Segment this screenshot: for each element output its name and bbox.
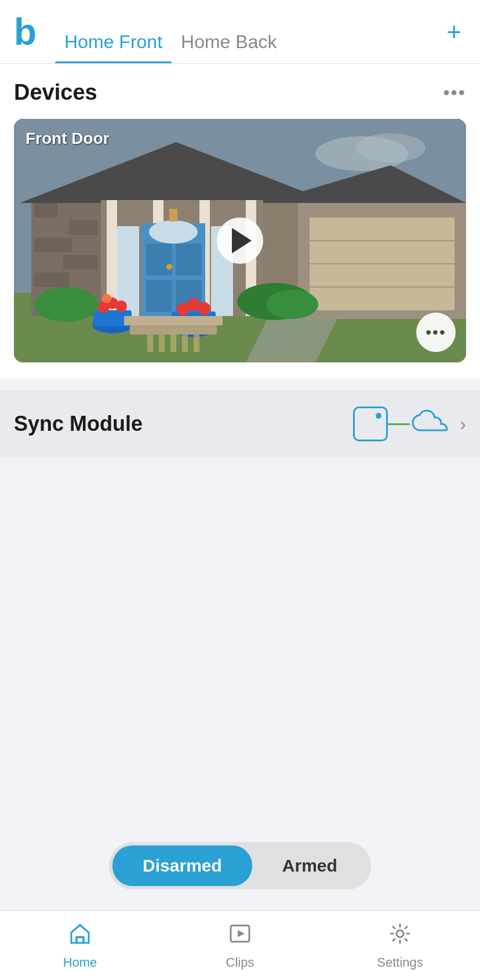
armed-button[interactable]: Armed (252, 845, 368, 886)
svg-rect-57 (170, 335, 176, 352)
svg-rect-12 (75, 238, 98, 252)
home-nav-label: Home (63, 955, 97, 970)
nav-item-home[interactable]: Home (0, 911, 160, 980)
svg-rect-10 (69, 220, 98, 235)
devices-header: Devices ••• (14, 80, 466, 105)
nav-item-clips[interactable]: Clips (160, 911, 320, 980)
svg-point-44 (102, 294, 111, 303)
svg-point-50 (34, 287, 98, 322)
nav-item-settings[interactable]: Settings (320, 911, 480, 980)
camera-more-dots-icon: ••• (426, 323, 446, 342)
sync-module-section[interactable]: Sync Module › (0, 390, 480, 458)
settings-nav-label: Settings (377, 955, 423, 970)
svg-rect-58 (182, 335, 188, 352)
camera-name-label: Front Door (26, 129, 110, 148)
clips-nav-icon (227, 921, 253, 952)
svg-rect-9 (34, 220, 66, 235)
sync-connector-icon (387, 423, 410, 425)
play-icon (232, 228, 252, 253)
sync-module-icon (353, 406, 388, 441)
tab-home-back[interactable]: Home Back (172, 31, 286, 63)
main-content: Devices ••• (0, 64, 480, 910)
sync-module-chevron-icon[interactable]: › (460, 413, 466, 435)
svg-point-52 (266, 290, 318, 319)
svg-rect-16 (72, 273, 98, 287)
svg-rect-55 (147, 335, 153, 352)
camera-card-front-door[interactable]: Front Door ••• (14, 119, 466, 362)
svg-point-49 (198, 302, 210, 315)
content-spacer (0, 458, 480, 826)
svg-point-30 (149, 220, 198, 244)
arm-toggle-container: Disarmed Armed (0, 826, 480, 910)
settings-nav-icon (387, 921, 413, 952)
devices-more-button[interactable]: ••• (443, 82, 466, 103)
svg-rect-32 (176, 244, 202, 275)
clips-nav-label: Clips (226, 955, 254, 970)
devices-title: Devices (14, 80, 97, 105)
arm-toggle: Disarmed Armed (109, 842, 371, 890)
svg-rect-8 (60, 203, 98, 217)
svg-point-35 (166, 264, 172, 270)
cloud-icon (410, 408, 450, 440)
svg-rect-53 (124, 316, 223, 325)
svg-point-2 (356, 133, 426, 162)
svg-rect-15 (34, 273, 69, 287)
svg-point-63 (397, 930, 403, 937)
svg-rect-14 (63, 255, 98, 270)
add-button[interactable]: + (442, 13, 466, 51)
svg-rect-56 (159, 335, 165, 352)
svg-rect-31 (146, 244, 172, 275)
svg-rect-13 (34, 255, 60, 270)
tab-home-front[interactable]: Home Front (55, 31, 172, 63)
camera-play-button[interactable] (217, 217, 263, 264)
disarmed-button[interactable]: Disarmed (112, 845, 252, 886)
app-logo: b (14, 13, 37, 50)
svg-rect-38 (169, 209, 177, 222)
svg-marker-62 (238, 930, 245, 937)
svg-rect-59 (194, 335, 199, 352)
camera-more-button[interactable]: ••• (416, 313, 456, 352)
sync-module-dot-icon (376, 413, 381, 419)
home-nav-icon (67, 921, 93, 952)
svg-rect-54 (130, 325, 217, 335)
svg-rect-11 (34, 238, 72, 252)
devices-section: Devices ••• (0, 64, 480, 379)
svg-point-43 (115, 300, 127, 312)
sync-module-title: Sync Module (14, 412, 353, 436)
svg-rect-33 (146, 280, 172, 312)
header: b Home Front Home Back + (0, 0, 480, 64)
svg-rect-7 (34, 203, 57, 217)
svg-rect-60 (77, 937, 83, 943)
bottom-navigation: Home Clips Settings (0, 910, 480, 980)
tab-bar: Home Front Home Back (55, 0, 442, 63)
sync-module-icons (353, 406, 450, 441)
